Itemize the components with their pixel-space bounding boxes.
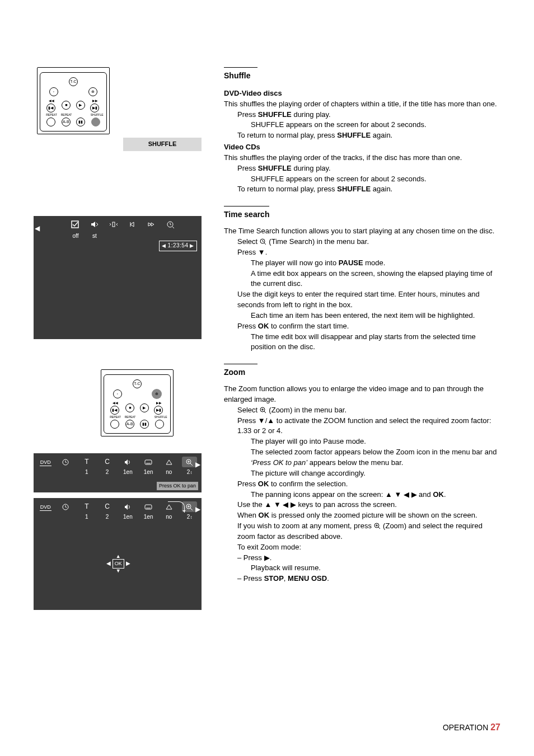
time-note2: A time edit box appears on the screen, s… — [224, 269, 500, 290]
zoom-screen-1: DVD T C 1 2 1en 1en no 2↕ ▶ Press OK to — [34, 453, 202, 492]
zoom-screen-2: DVD T C 1 2 1en 1en no 2↕ ▶ — [34, 498, 202, 610]
time-search-icon — [166, 220, 176, 231]
zoom-note2: The selected zoom factor appears below t… — [224, 447, 500, 468]
play-button-2: ▶ — [140, 403, 149, 412]
z2-val-6: 2↕ — [182, 513, 197, 522]
shuffle-dvd-intro: This shuffles the playing order of chapt… — [224, 99, 500, 110]
shuffle-label: SHUFFLE — [91, 114, 101, 116]
z2-val-2: 2 — [100, 513, 115, 522]
z1-val-4: 1en — [141, 468, 156, 477]
tc-button-2: T-C — [133, 379, 142, 388]
dvd-badge-1: DVD — [38, 457, 53, 467]
repeat-label-3: REPEAT — [110, 416, 120, 419]
tc-button: T-C — [69, 77, 78, 86]
z1-val-2: 2 — [100, 468, 115, 477]
time-step1: Select (Time Search) in the menu bar. — [224, 237, 500, 247]
repeat-ab-button-2: A-B — [125, 420, 134, 429]
time-search-heading: Time search — [224, 206, 269, 220]
prev-button-2: ▮◀ — [110, 406, 119, 415]
z1-val-3: 1en — [120, 468, 135, 477]
shuffle-label-2: SHUFFLE — [154, 416, 165, 419]
curve-arrow-icon — [168, 501, 185, 513]
zoom-exit2: – Press STOP, MENU OSD. — [224, 574, 500, 584]
shuffle-vcd-step1: Press SHUFFLE during play. — [224, 163, 500, 174]
menu-st-label: st — [90, 232, 100, 241]
pause-button: ▮▮ — [76, 118, 85, 126]
zoom-remote-button: ⊕ — [152, 389, 161, 398]
repeat-button-2 — [110, 420, 119, 429]
svg-rect-9 — [145, 505, 152, 509]
pause-button-2: ▮▮ — [140, 420, 149, 429]
audio-icon-2 — [120, 502, 135, 511]
time-note4: The time edit box will disappear and pla… — [224, 332, 500, 353]
zoom-exit1: – Press ▶. — [224, 553, 500, 564]
stop-button-2: ■ — [125, 403, 134, 412]
remote-snippet-zoom: T-C ◦ ⊕ ◀◀▮◀ ■ ▶ ▶▶▶▮ REPEAT REPEAT — [101, 369, 174, 436]
angle-button-2: ◦ — [113, 389, 122, 398]
fast-icon — [147, 220, 157, 231]
time-note1: The player will now go into PAUSE mode. — [224, 258, 500, 269]
z2-val-1: 1 — [79, 513, 95, 522]
arrow-right-icon-2: ▶ — [195, 505, 200, 514]
angle-button: ◦ — [49, 87, 58, 96]
zoom-step5: When OK is pressed only the zoomed pictu… — [224, 510, 500, 521]
video-cd-heading: Video CDs — [224, 142, 500, 153]
time-step2: Press ▼. — [224, 247, 500, 258]
z1-val-6: 2↕ — [182, 468, 197, 477]
chapter-c: C — [100, 457, 115, 467]
chapter-c-2: C — [100, 502, 115, 511]
arrow-right-icon: ▶ — [195, 460, 200, 469]
arrow-left-icon: ◀ — [35, 224, 40, 233]
repeat-ab-button: A-B — [62, 118, 71, 126]
title-t: T — [79, 457, 94, 467]
clock-icon — [59, 457, 74, 467]
stop-button: ■ — [62, 101, 71, 110]
z1-val-5: no — [162, 468, 177, 477]
shuffle-dvd-step1: Press SHUFFLE during play. — [224, 110, 500, 120]
clock-icon-2 — [59, 502, 74, 511]
zoom-button: ⊕ — [88, 87, 97, 96]
time-step3: Use the digit keys to enter the required… — [224, 289, 500, 311]
zoom-note4: The panning icons appear on the screen: … — [224, 490, 500, 500]
repeat-label-1: REPEAT — [46, 114, 56, 116]
press-ok-label: Press OK to pan — [157, 482, 198, 490]
page-footer: OPERATION 27 — [443, 721, 500, 734]
zoom-menu-icon — [182, 457, 197, 467]
title-t-2: T — [79, 502, 94, 511]
menu-off-label: off — [71, 232, 81, 241]
shuffle-dvd-step2: To return to normal play, press SHUFFLE … — [224, 130, 500, 141]
zoom-step1: Select (Zoom) in the menu bar. — [224, 405, 500, 416]
next-button-2: ▶▮ — [154, 406, 163, 415]
next-button: ▶▮ — [90, 104, 99, 112]
zoom-exit1-note: Playback will resume. — [224, 563, 500, 574]
z2-val-5: no — [162, 513, 177, 522]
repeat-button — [46, 118, 55, 126]
prev-button: ▮◀ — [46, 104, 55, 112]
subtitle-icon-2 — [141, 502, 156, 511]
zoom-step6: If you wish to zoom at any moment, press… — [224, 521, 500, 542]
zoom-step4: Use the ▲ ▼ ◀ ▶ keys to pan across the s… — [224, 500, 500, 510]
time-intro: The Time Search function allows you to s… — [224, 226, 500, 237]
play-button: ▶ — [76, 101, 85, 110]
zoom-step2: Press ▼/▲ to activate the ZOOM function … — [224, 416, 500, 437]
z2-val-3: 1en — [120, 513, 135, 522]
shuffle-remote-button — [91, 118, 100, 126]
slow-icon — [128, 220, 138, 231]
remote-snippet-shuffle: T-C ◦ ⊕ ◀◀▮◀ ■ ▶ ▶▶▶▮ REPEAT REPEAT — [37, 67, 110, 134]
zoom-note1: The player will go into Pause mode. — [224, 436, 500, 447]
svg-rect-1 — [113, 222, 115, 227]
repeat-label-4: REPEAT — [125, 416, 135, 419]
shuffle-vcd-step2: To return to normal play, press SHUFFLE … — [224, 184, 500, 195]
check-icon — [71, 220, 81, 231]
step-icon — [109, 220, 119, 231]
timecode-box: ◀ 1:23:54 ▶ — [159, 241, 197, 251]
shuffle-vcd-note1: SHUFFLE appears on the screen for about … — [224, 174, 500, 185]
dvd-video-heading: DVD-Video discs — [224, 88, 500, 99]
subtitle-icon — [141, 457, 156, 467]
angle-icon — [161, 457, 176, 467]
shuffle-key-label: SHUFFLE — [123, 138, 202, 151]
shuffle-button-2 — [155, 420, 164, 429]
repeat-label-2: REPEAT — [61, 114, 71, 116]
z1-val-1: 1 — [79, 468, 95, 477]
zoom-heading: Zoom — [224, 364, 257, 378]
